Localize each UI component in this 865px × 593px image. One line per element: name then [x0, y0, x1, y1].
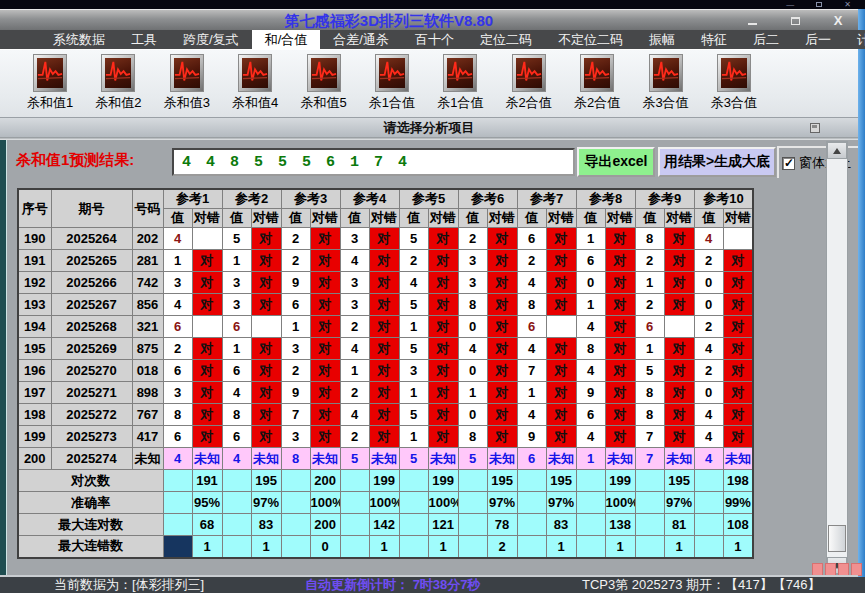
- summary-value[interactable]: 78: [487, 514, 517, 536]
- summary-value[interactable]: 97%: [251, 492, 281, 514]
- tool-button-8[interactable]: 杀2合值: [497, 54, 561, 116]
- cell-value[interactable]: 1: [163, 250, 192, 272]
- summary-gap-cell[interactable]: [163, 536, 192, 558]
- cell-value[interactable]: 5: [399, 294, 428, 316]
- cell-mark[interactable]: 对: [605, 316, 635, 338]
- cell-value[interactable]: 6: [517, 316, 546, 338]
- cell-value[interactable]: 2: [281, 228, 310, 250]
- summary-gap-cell[interactable]: [458, 514, 487, 536]
- cell-mark[interactable]: 对: [192, 426, 222, 448]
- cell-value[interactable]: 3: [340, 294, 369, 316]
- cell-mark[interactable]: 对: [310, 272, 340, 294]
- cell-mark[interactable]: 对: [251, 294, 281, 316]
- cell-value[interactable]: 2: [281, 360, 310, 382]
- cell-mark[interactable]: 对: [369, 426, 399, 448]
- cell-mark[interactable]: 对: [546, 382, 576, 404]
- cell-mark[interactable]: 对: [251, 404, 281, 426]
- row-number[interactable]: 767: [132, 404, 163, 426]
- scrollbar-thumb[interactable]: [828, 525, 846, 552]
- summary-value[interactable]: 1: [546, 536, 576, 558]
- cell-value[interactable]: 1: [399, 382, 428, 404]
- cell-mark[interactable]: 对: [369, 382, 399, 404]
- cell-value[interactable]: 3: [458, 250, 487, 272]
- row-seq[interactable]: 191: [18, 250, 51, 272]
- tool-button-7[interactable]: 杀1合值: [428, 54, 492, 116]
- cell-value[interactable]: 4: [694, 426, 723, 448]
- cell-mark[interactable]: [546, 316, 576, 338]
- summary-value[interactable]: 199: [605, 470, 635, 492]
- cell-value[interactable]: 6: [517, 448, 546, 470]
- cell-value[interactable]: 4: [517, 404, 546, 426]
- row-seq[interactable]: 200: [18, 448, 51, 470]
- cell-value[interactable]: 2: [163, 338, 192, 360]
- cell-mark[interactable]: 对: [369, 360, 399, 382]
- row-period[interactable]: 2025274: [51, 448, 132, 470]
- row-seq[interactable]: 198: [18, 404, 51, 426]
- cell-mark[interactable]: 对: [546, 294, 576, 316]
- summary-value[interactable]: 97%: [487, 492, 517, 514]
- cell-value[interactable]: 4: [517, 272, 546, 294]
- cell-mark[interactable]: 对: [723, 360, 753, 382]
- summary-gap-cell[interactable]: [576, 536, 605, 558]
- menu-item-4[interactable]: 和/合值: [252, 30, 321, 49]
- cell-value[interactable]: 4: [222, 448, 251, 470]
- summary-gap-cell[interactable]: [340, 536, 369, 558]
- cell-value[interactable]: 4: [399, 272, 428, 294]
- cell-mark[interactable]: 未知: [192, 448, 222, 470]
- cell-mark[interactable]: 对: [605, 426, 635, 448]
- summary-gap-cell[interactable]: [399, 470, 428, 492]
- cell-value[interactable]: 7: [517, 360, 546, 382]
- cell-mark[interactable]: 对: [192, 338, 222, 360]
- cell-value[interactable]: 6: [635, 316, 664, 338]
- row-seq[interactable]: 195: [18, 338, 51, 360]
- cell-mark[interactable]: 对: [605, 228, 635, 250]
- cell-mark[interactable]: 对: [428, 316, 458, 338]
- prediction-result-input[interactable]: [172, 148, 575, 176]
- cell-value[interactable]: 9: [281, 382, 310, 404]
- cell-value[interactable]: 8: [163, 404, 192, 426]
- summary-value[interactable]: 1: [723, 536, 753, 558]
- row-number[interactable]: 417: [132, 426, 163, 448]
- cell-value[interactable]: 3: [222, 294, 251, 316]
- cell-value[interactable]: 0: [694, 382, 723, 404]
- summary-gap-cell[interactable]: [163, 492, 192, 514]
- cell-mark[interactable]: 对: [664, 338, 694, 360]
- cell-mark[interactable]: 未知: [546, 448, 576, 470]
- cell-mark[interactable]: 对: [605, 360, 635, 382]
- summary-gap-cell[interactable]: [222, 470, 251, 492]
- cell-mark[interactable]: 对: [664, 426, 694, 448]
- cell-value[interactable]: 4: [694, 404, 723, 426]
- summary-label[interactable]: 准确率: [18, 492, 163, 514]
- cell-mark[interactable]: 对: [428, 294, 458, 316]
- row-number[interactable]: 281: [132, 250, 163, 272]
- cell-mark[interactable]: 对: [605, 294, 635, 316]
- summary-gap-cell[interactable]: [635, 492, 664, 514]
- cell-mark[interactable]: 对: [487, 316, 517, 338]
- tool-button-11[interactable]: 杀3合值: [702, 54, 766, 116]
- cell-mark[interactable]: 对: [369, 272, 399, 294]
- cell-mark[interactable]: 对: [310, 316, 340, 338]
- cell-mark[interactable]: 对: [605, 338, 635, 360]
- row-period[interactable]: 2025266: [51, 272, 132, 294]
- tool-button-1[interactable]: 杀和值1: [18, 54, 82, 116]
- row-seq[interactable]: 197: [18, 382, 51, 404]
- cell-value[interactable]: 5: [458, 448, 487, 470]
- summary-gap-cell[interactable]: [281, 536, 310, 558]
- row-seq[interactable]: 193: [18, 294, 51, 316]
- menu-item-1[interactable]: 系统数据: [40, 30, 118, 49]
- cell-mark[interactable]: 对: [310, 426, 340, 448]
- cell-value[interactable]: 2: [458, 228, 487, 250]
- cell-mark[interactable]: 对: [487, 426, 517, 448]
- menu-item-13[interactable]: 计划: [844, 30, 865, 49]
- summary-value[interactable]: 97%: [664, 492, 694, 514]
- cell-mark[interactable]: 对: [723, 294, 753, 316]
- summary-value[interactable]: 1: [664, 536, 694, 558]
- cell-mark[interactable]: 对: [310, 250, 340, 272]
- cell-value[interactable]: 0: [458, 404, 487, 426]
- cell-value[interactable]: 6: [576, 250, 605, 272]
- cell-mark[interactable]: 对: [723, 316, 753, 338]
- cell-mark[interactable]: 对: [546, 228, 576, 250]
- cell-mark[interactable]: 对: [605, 382, 635, 404]
- cell-value[interactable]: 4: [694, 228, 723, 250]
- summary-gap-cell[interactable]: [222, 536, 251, 558]
